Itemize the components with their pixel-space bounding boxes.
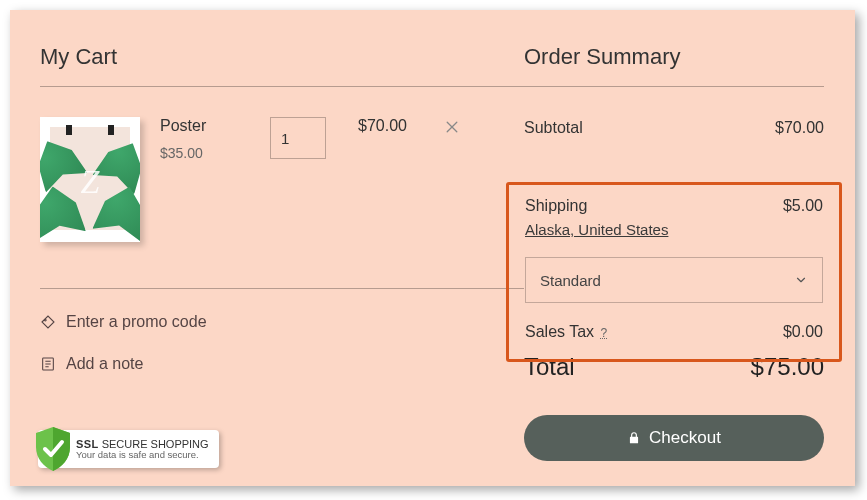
shield-check-icon [32, 425, 74, 473]
add-note-label: Add a note [66, 355, 143, 373]
remove-item-button[interactable] [440, 117, 464, 140]
promo-code-link[interactable]: Enter a promo code [40, 313, 524, 331]
cart-page: My Cart Z Poster $35.00 $70.00 [10, 10, 855, 486]
checkout-button[interactable]: Checkout [524, 415, 824, 461]
tax-help-icon[interactable]: ? [601, 326, 608, 340]
quantity-input[interactable] [271, 118, 325, 158]
order-summary-column: Order Summary Subtotal $70.00 Shipping $… [524, 44, 824, 461]
product-thumbnail[interactable]: Z [40, 117, 140, 242]
ssl-line2: Your data is safe and secure. [76, 450, 209, 460]
ssl-line1: SSL SECURE SHOPPING [76, 438, 209, 450]
item-unit-price: $35.00 [160, 145, 270, 161]
close-icon [444, 119, 460, 135]
divider [40, 288, 524, 289]
shipping-value: $5.00 [783, 197, 823, 215]
promo-code-label: Enter a promo code [66, 313, 207, 331]
chevron-down-icon [794, 273, 808, 287]
subtotal-label: Subtotal [524, 119, 583, 137]
cart-item: Z Poster $35.00 $70.00 [40, 87, 524, 242]
line-total: $70.00 [358, 117, 440, 135]
tag-icon [40, 314, 56, 330]
shipping-label: Shipping [525, 197, 587, 215]
summary-title: Order Summary [524, 44, 824, 70]
tax-label: Sales Tax [525, 323, 594, 340]
shipping-method-select[interactable]: Standard [525, 257, 823, 303]
shipping-destination-link[interactable]: Alaska, United States [525, 221, 668, 238]
subtotal-row: Subtotal $70.00 [524, 87, 824, 137]
tax-row: Sales Tax ? $0.00 [525, 323, 823, 341]
subtotal-value: $70.00 [775, 119, 824, 137]
tax-label-wrap: Sales Tax ? [525, 323, 607, 341]
cart-column: My Cart Z Poster $35.00 $70.00 [40, 44, 524, 461]
quantity-stepper[interactable] [270, 117, 326, 159]
ssl-badge: SSL SECURE SHOPPING Your data is safe an… [38, 430, 219, 468]
cart-title: My Cart [40, 44, 524, 70]
item-info: Poster $35.00 [160, 117, 270, 161]
tax-value: $0.00 [783, 323, 823, 341]
shipping-tax-highlight: Shipping $5.00 Alaska, United States Sta… [506, 182, 842, 362]
shipping-row: Shipping $5.00 [525, 197, 823, 215]
shipping-method-value: Standard [540, 272, 601, 289]
thumb-letter: Z [40, 163, 140, 201]
note-icon [40, 356, 56, 372]
lock-icon [627, 431, 641, 445]
checkout-label: Checkout [649, 428, 721, 448]
item-name[interactable]: Poster [160, 117, 270, 135]
add-note-link[interactable]: Add a note [40, 355, 524, 373]
